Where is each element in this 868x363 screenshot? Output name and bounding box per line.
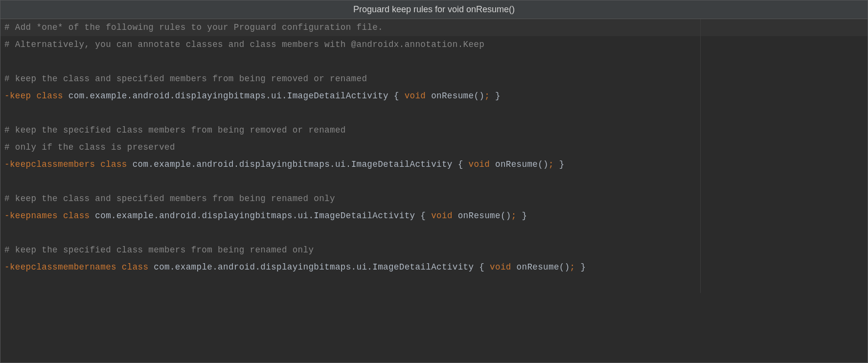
code-line: -keepclassmembernames class com.example.… — [0, 259, 868, 276]
semicolon: ; — [511, 207, 517, 225]
window-title: Proguard keep rules for void onResume() — [353, 4, 515, 15]
code-line: # only if the class is preserved — [0, 139, 868, 156]
code-line: -keepnames class com.example.android.dis… — [0, 207, 868, 225]
comment-text: # keep the class and specified members f… — [4, 190, 335, 207]
return-type: void — [490, 259, 511, 276]
code-line: # keep the specified class members from … — [0, 242, 868, 259]
code-line — [0, 225, 868, 242]
semicolon: ; — [570, 259, 575, 276]
method-name: onResume() — [426, 88, 484, 105]
semicolon: ; — [548, 156, 554, 173]
rule-tail: } — [490, 88, 501, 105]
semicolon: ; — [484, 88, 490, 105]
code-line — [0, 53, 868, 70]
rule-tail: } — [554, 156, 565, 173]
rule-body: com.example.android.displayingbitmaps.ui… — [148, 259, 490, 276]
right-margin-guide — [700, 19, 701, 293]
class-keyword: class — [63, 207, 90, 225]
code-line — [0, 276, 868, 293]
proguard-keyword: -keep — [4, 88, 31, 105]
code-line: # keep the specified class members from … — [0, 122, 868, 139]
comment-text: # only if the class is preserved — [4, 139, 175, 156]
comment-text: # Add *one* of the following rules to yo… — [4, 19, 383, 36]
class-keyword: class — [122, 259, 149, 276]
return-type: void — [468, 156, 490, 173]
rule-body: com.example.android.displayingbitmaps.ui… — [63, 88, 405, 105]
proguard-keyword: -keepclassmembernames — [4, 259, 116, 276]
method-name: onResume() — [490, 156, 548, 173]
window-titlebar: Proguard keep rules for void onResume() — [0, 0, 868, 19]
comment-text: # keep the specified class members from … — [4, 122, 346, 139]
code-line: # keep the class and specified members f… — [0, 70, 868, 88]
proguard-keyword: -keepnames — [4, 207, 58, 225]
method-name: onResume() — [511, 259, 570, 276]
method-name: onResume() — [453, 207, 511, 225]
code-line — [0, 173, 868, 190]
return-type: void — [431, 207, 453, 225]
code-line: # keep the class and specified members f… — [0, 190, 868, 207]
proguard-keyword: -keepclassmembers — [4, 156, 95, 173]
code-line: -keep class com.example.android.displayi… — [0, 88, 868, 105]
class-keyword: class — [36, 88, 63, 105]
rule-tail: } — [517, 207, 527, 225]
code-line: # Alternatively, you can annotate classe… — [0, 36, 868, 53]
code-line: -keepclassmembers class com.example.andr… — [0, 156, 868, 173]
comment-text: # keep the specified class members from … — [4, 242, 314, 259]
rule-body: com.example.android.displayingbitmaps.ui… — [127, 156, 469, 173]
comment-text: # Alternatively, you can annotate classe… — [4, 36, 484, 53]
comment-text: # keep the class and specified members f… — [4, 70, 367, 88]
code-editor[interactable]: # Add *one* of the following rules to yo… — [0, 19, 868, 293]
code-line: # Add *one* of the following rules to yo… — [0, 19, 868, 36]
code-line — [0, 105, 868, 122]
rule-body: com.example.android.displayingbitmaps.ui… — [90, 207, 431, 225]
return-type: void — [405, 88, 426, 105]
rule-tail: } — [575, 259, 586, 276]
class-keyword: class — [100, 156, 127, 173]
